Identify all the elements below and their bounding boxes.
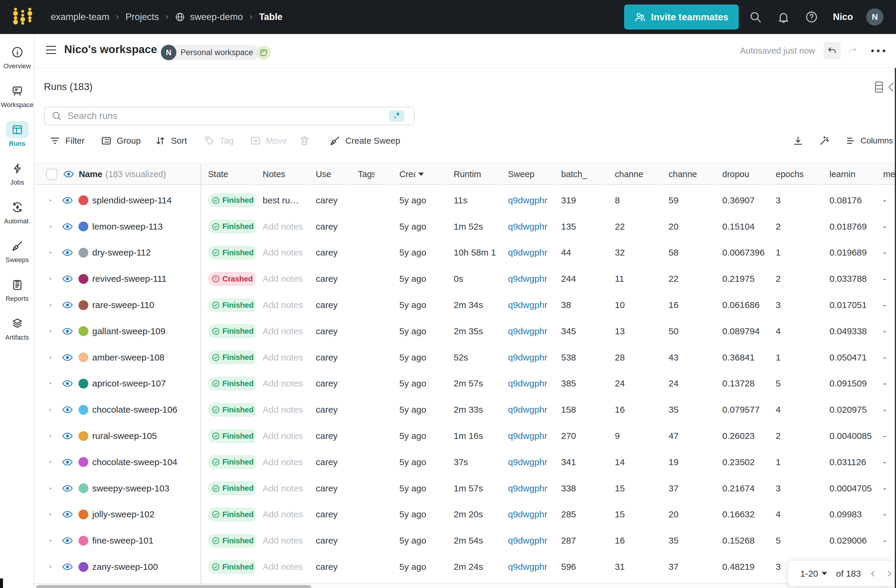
run-name[interactable]: splendid-sweep-114: [92, 195, 172, 205]
wandb-logo[interactable]: [13, 5, 32, 29]
run-row[interactable]: sweepy-sweep-103FinishedAdd notescarey5y…: [34, 475, 896, 501]
breadcrumb-team[interactable]: example-team: [51, 12, 109, 22]
notes-cell[interactable]: Add notes: [255, 397, 308, 423]
run-row[interactable]: zany-sweep-100FinishedAdd notescarey5y a…: [34, 554, 896, 580]
columns-button[interactable]: Columns: [846, 131, 893, 150]
user-avatar[interactable]: N: [866, 8, 884, 26]
header-metric[interactable]: me: [876, 163, 896, 185]
drag-handle-icon[interactable]: [50, 199, 51, 201]
run-name[interactable]: lemon-sweep-113: [92, 222, 163, 232]
run-row[interactable]: jolly-sweep-102FinishedAdd notescarey5y …: [34, 501, 896, 528]
run-name[interactable]: revived-sweep-111: [92, 274, 166, 284]
sweep-cell[interactable]: q9dwgphr: [501, 371, 554, 397]
run-name[interactable]: fine-sweep-101: [92, 536, 154, 545]
sweep-cell[interactable]: q9dwgphr: [501, 292, 554, 318]
run-row[interactable]: gallant-sweep-109FinishedAdd notescarey5…: [34, 318, 896, 344]
run-name-cell[interactable]: rare-sweep-110: [34, 292, 201, 318]
sweep-cell[interactable]: q9dwgphr: [501, 423, 554, 449]
notes-cell[interactable]: Add notes: [255, 423, 308, 449]
visibility-eye-icon[interactable]: [61, 508, 73, 520]
header-created[interactable]: Created: [392, 163, 446, 185]
sidebar-item-reports[interactable]: Reports: [0, 276, 34, 311]
sidebar-item-jobs[interactable]: Jobs: [0, 160, 34, 195]
run-row[interactable]: revived-sweep-111CrashedAdd notescarey5y…: [34, 266, 896, 292]
breadcrumb-projects[interactable]: Projects: [125, 12, 159, 22]
prev-page-icon[interactable]: [869, 570, 877, 577]
drag-handle-icon[interactable]: [50, 252, 51, 254]
header-dropout[interactable]: dropou: [715, 163, 768, 185]
visibility-eye-icon[interactable]: [61, 404, 73, 416]
header-runtime[interactable]: Runtim: [446, 163, 501, 185]
run-name[interactable]: dry-sweep-112: [92, 248, 151, 258]
magic-button[interactable]: [819, 131, 830, 150]
visibility-eye-icon[interactable]: [62, 168, 75, 180]
select-all-checkbox[interactable]: [46, 169, 57, 180]
visibility-eye-icon[interactable]: [61, 535, 73, 547]
notes-cell[interactable]: Add notes: [255, 449, 308, 475]
run-name-cell[interactable]: jolly-sweep-102: [34, 501, 201, 528]
sidebar-item-automations[interactable]: Automat.: [0, 199, 34, 234]
drag-handle-icon[interactable]: [50, 488, 51, 489]
invite-teammates-button[interactable]: Invite teammates: [624, 5, 739, 29]
drag-handle-icon[interactable]: [50, 461, 51, 463]
header-user[interactable]: Use: [308, 163, 350, 185]
header-state[interactable]: State: [201, 163, 255, 185]
run-name[interactable]: rare-sweep-110: [92, 300, 154, 310]
create-sweep-button[interactable]: Create Sweep: [329, 131, 400, 150]
run-row[interactable]: rare-sweep-110FinishedAdd notescarey5y a…: [34, 292, 896, 318]
header-batch[interactable]: batch_: [554, 163, 607, 185]
run-name-cell[interactable]: revived-sweep-111: [34, 266, 201, 292]
bell-icon[interactable]: [777, 11, 790, 24]
drag-handle-icon[interactable]: [50, 540, 51, 541]
next-page-icon[interactable]: [885, 570, 893, 577]
run-row[interactable]: amber-sweep-108FinishedAdd notescarey5y …: [34, 344, 896, 371]
collapsed-right-rail[interactable]: [895, 68, 896, 588]
sidebar-item-artifacts[interactable]: Artifacts: [0, 315, 34, 350]
header-name-cell[interactable]: Name (183 visualized): [34, 163, 201, 185]
sweep-cell[interactable]: q9dwgphr: [501, 266, 554, 292]
workspace-menu-icon[interactable]: [46, 46, 56, 54]
delete-button[interactable]: [299, 131, 310, 150]
run-name[interactable]: gallant-sweep-109: [92, 326, 165, 336]
group-button[interactable]: Group: [101, 131, 141, 150]
visibility-eye-icon[interactable]: [61, 377, 73, 389]
move-button[interactable]: Move: [250, 131, 287, 150]
run-name[interactable]: chocolate-sweep-106: [92, 405, 177, 415]
sort-button[interactable]: Sort: [155, 131, 187, 150]
user-name[interactable]: Nico: [833, 12, 853, 22]
drag-handle-icon[interactable]: [50, 278, 51, 280]
run-name-cell[interactable]: rural-sweep-105: [34, 423, 201, 449]
visibility-eye-icon[interactable]: [61, 325, 73, 337]
notes-cell[interactable]: Add notes: [255, 344, 308, 371]
notes-cell[interactable]: Add notes: [255, 292, 308, 318]
drag-handle-icon[interactable]: [50, 357, 51, 359]
notes-cell[interactable]: best ru…: [255, 187, 308, 213]
notes-cell[interactable]: Add notes: [255, 501, 308, 528]
sweep-cell[interactable]: q9dwgphr: [501, 449, 554, 475]
notes-cell[interactable]: Add notes: [255, 527, 308, 554]
sidebar-item-sweeps[interactable]: Sweeps: [0, 237, 34, 272]
run-row[interactable]: chocolate-sweep-106FinishedAdd notescare…: [34, 397, 896, 423]
tag-button[interactable]: Tag: [204, 131, 234, 150]
collapse-panel-chevron-icon[interactable]: [887, 82, 894, 92]
visibility-eye-icon[interactable]: [61, 221, 73, 232]
notes-cell[interactable]: Add notes: [255, 554, 308, 580]
export-button[interactable]: [792, 131, 804, 150]
header-channels-one[interactable]: channe: [607, 163, 661, 185]
run-row[interactable]: rural-sweep-105FinishedAdd notescarey5y …: [34, 423, 896, 449]
visibility-eye-icon[interactable]: [61, 246, 73, 258]
drag-handle-icon[interactable]: [50, 330, 51, 332]
notes-cell[interactable]: Add notes: [255, 240, 308, 266]
run-name-cell[interactable]: sweepy-sweep-103: [34, 475, 201, 501]
notes-cell[interactable]: Add notes: [255, 266, 308, 292]
visibility-eye-icon[interactable]: [61, 351, 73, 363]
run-name[interactable]: amber-sweep-108: [92, 352, 165, 363]
header-channels-two[interactable]: channe: [661, 163, 715, 185]
run-name-cell[interactable]: fine-sweep-101: [34, 527, 201, 554]
drag-handle-icon[interactable]: [50, 383, 51, 384]
run-name-cell[interactable]: chocolate-sweep-104: [34, 449, 201, 475]
run-row[interactable]: lemon-sweep-113FinishedAdd notescarey5y …: [34, 213, 896, 240]
run-name[interactable]: zany-sweep-100: [92, 562, 158, 572]
personal-workspace-badge[interactable]: N Personal workspace: [161, 45, 260, 60]
page-range-select[interactable]: 1-20: [800, 568, 818, 579]
